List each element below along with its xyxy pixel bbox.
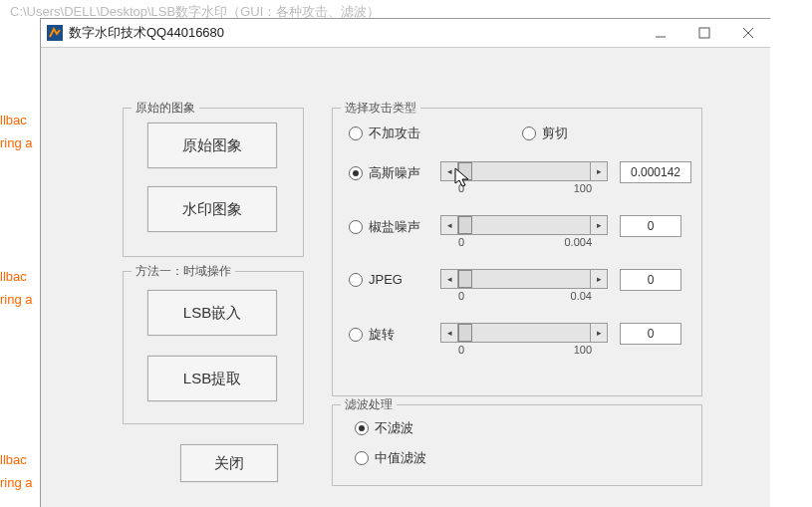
window-title: 数字水印技术QQ44016680 [69,24,639,42]
watermark-image-button[interactable]: 水印图象 [147,186,277,232]
radio-rotate[interactable]: 旋转 [349,326,395,344]
radio-label: 剪切 [542,125,568,142]
bg-code: llbac [0,113,27,127]
radio-label: 不滤波 [375,419,413,437]
gaussian-value[interactable]: 0.000142 [620,161,691,183]
bg-code: llbac [0,452,27,467]
group-method1: 方法一：时域操作 LSB嵌入 LSB提取 [123,271,304,424]
rotate-value[interactable]: 0 [620,323,681,345]
svg-rect-2 [699,28,709,38]
radio-median-filter[interactable]: 中值滤波 [355,449,426,467]
radio-jpeg[interactable]: JPEG [349,272,403,287]
group-legend: 选择攻击类型 [341,100,420,117]
radio-no-attack[interactable]: 不加攻击 [349,125,420,142]
salt-range: 00.004 [458,236,592,248]
bg-code: llbac [0,269,27,284]
original-image-button[interactable]: 原始图象 [147,123,277,168]
radio-label: 椒盐噪声 [369,218,420,236]
rotate-range: 0100 [458,344,592,356]
minimize-button[interactable] [639,19,682,47]
radio-label: 高斯噪声 [369,164,420,182]
rotate-slider[interactable]: ◂▸ [440,324,608,342]
gaussian-slider[interactable]: ◂▸ [440,162,608,180]
matlab-icon [47,25,63,41]
group-legend: 方法一：时域操作 [132,263,235,280]
radio-label: 旋转 [369,326,395,344]
close-button[interactable] [726,19,770,47]
salt-value[interactable]: 0 [620,215,681,237]
radio-salt-pepper[interactable]: 椒盐噪声 [349,218,420,236]
radio-no-filter[interactable]: 不滤波 [355,419,413,437]
group-legend: 滤波处理 [341,396,397,413]
lsb-extract-button[interactable]: LSB提取 [147,356,277,401]
radio-label: 中值滤波 [375,449,426,467]
radio-label: 不加攻击 [369,125,420,142]
radio-gaussian-noise[interactable]: 高斯噪声 [349,164,420,182]
bg-code: ring a [0,135,33,150]
jpeg-range: 00.04 [458,290,592,302]
group-legend: 原始的图象 [132,100,199,117]
group-attack-type: 选择攻击类型 不加攻击 剪切 高斯噪声 ◂▸ 0100 0.000142 椒盐噪… [332,108,702,396]
jpeg-value[interactable]: 0 [620,269,681,291]
main-window: 数字水印技术QQ44016680 原始的图象 原始图象 水印图象 方法一：时域操… [40,18,770,507]
group-filter: 滤波处理 不滤波 中值滤波 [332,404,702,486]
radio-crop[interactable]: 剪切 [522,125,568,142]
maximize-button[interactable] [682,19,726,47]
gaussian-range: 0100 [458,182,592,194]
group-original-image: 原始的图象 原始图象 水印图象 [123,108,304,257]
lsb-embed-button[interactable]: LSB嵌入 [147,290,277,336]
jpeg-slider[interactable]: ◂▸ [440,270,608,288]
titlebar[interactable]: 数字水印技术QQ44016680 [41,19,770,48]
close-app-button[interactable]: 关闭 [180,444,278,482]
svg-rect-0 [47,25,63,41]
bg-code: ring a [0,475,33,490]
radio-label: JPEG [369,272,403,287]
salt-slider[interactable]: ◂▸ [440,216,608,234]
bg-code: ring a [0,292,33,307]
